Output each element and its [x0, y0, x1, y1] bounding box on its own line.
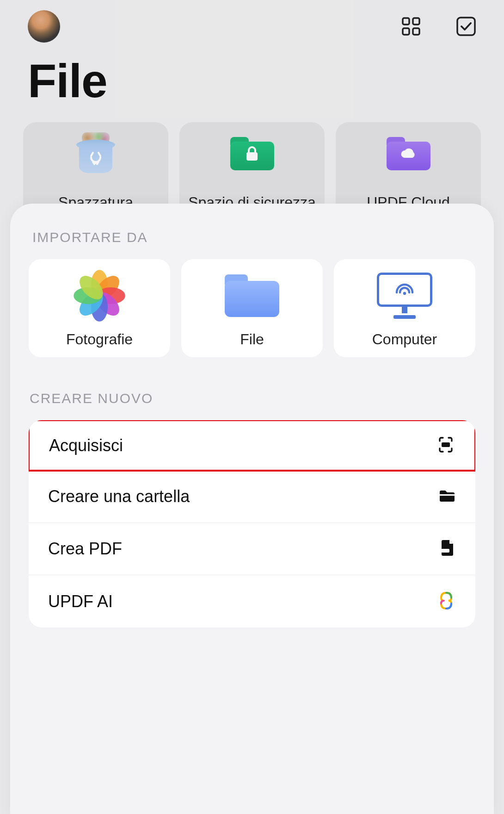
create-pdf-item[interactable]: Crea PDF — [29, 523, 475, 575]
svg-rect-8 — [440, 494, 455, 496]
create-scan-label: Acquisisci — [49, 436, 123, 455]
create-section-heading: CREARE NUOVO — [29, 391, 475, 406]
svg-rect-7 — [442, 442, 450, 447]
import-photos-label: Fotografie — [66, 331, 133, 348]
create-list: Acquisisci Creare una cartella Crea PDF — [29, 420, 475, 628]
svg-rect-4 — [457, 18, 475, 35]
import-computer-card[interactable]: Computer — [334, 259, 475, 357]
svg-rect-2 — [403, 28, 409, 35]
create-pdf-label: Crea PDF — [48, 539, 122, 559]
select-mode-icon[interactable] — [456, 16, 476, 37]
import-files-label: File — [240, 331, 264, 348]
photos-icon — [74, 268, 125, 323]
svg-rect-1 — [413, 18, 419, 25]
svg-rect-0 — [403, 18, 409, 25]
trash-icon — [74, 130, 117, 173]
updf-ai-item[interactable]: UPDF AI — [29, 575, 475, 628]
svg-rect-5 — [246, 152, 258, 161]
svg-rect-3 — [413, 28, 419, 35]
import-files-card[interactable]: File — [181, 259, 323, 357]
svg-rect-9 — [440, 549, 449, 553]
cloud-folder-icon — [387, 134, 430, 173]
create-folder-item[interactable]: Creare una cartella — [29, 471, 475, 523]
import-section-heading: IMPORTARE DA — [29, 230, 475, 245]
create-folder-label: Creare una cartella — [48, 487, 190, 506]
import-computer-label: Computer — [372, 331, 437, 348]
computer-icon — [377, 268, 432, 323]
avatar[interactable] — [28, 10, 60, 43]
header-bar — [0, 0, 504, 47]
header-actions — [401, 16, 476, 37]
page-title: File — [0, 47, 504, 122]
files-folder-icon — [225, 268, 279, 323]
create-scan-item[interactable]: Acquisisci — [29, 420, 475, 472]
lock-folder-icon — [230, 134, 274, 173]
folder-icon — [438, 488, 456, 505]
import-row: Fotografie File — [29, 259, 475, 357]
scan-icon — [436, 435, 455, 456]
grid-view-icon[interactable] — [401, 17, 421, 36]
updf-ai-label: UPDF AI — [48, 592, 113, 611]
pdf-file-icon — [440, 539, 456, 559]
action-sheet: IMPORTARE DA Fotografie — [10, 204, 494, 814]
import-photos-card[interactable]: Fotografie — [29, 259, 170, 357]
svg-point-6 — [403, 292, 406, 294]
updf-logo-icon — [436, 591, 456, 612]
